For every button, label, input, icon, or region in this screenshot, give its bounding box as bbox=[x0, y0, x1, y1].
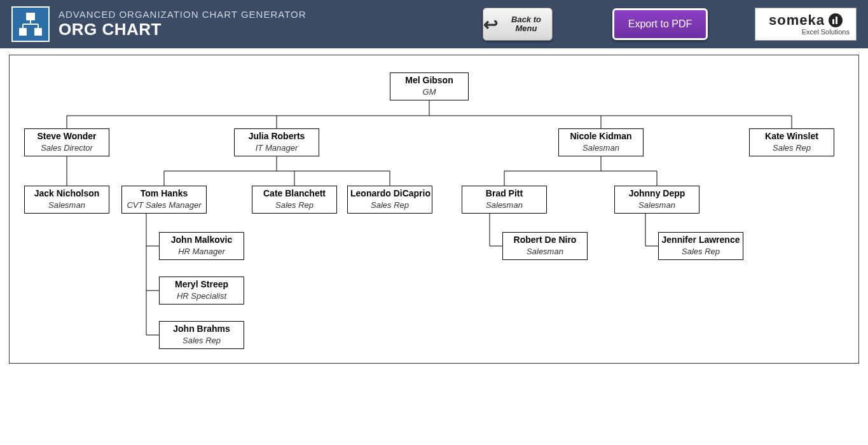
node-meryl-streep[interactable]: Meryl Streep HR Specialist bbox=[159, 277, 244, 305]
node-john-brahms[interactable]: John Brahms Sales Rep bbox=[159, 321, 244, 349]
app-subtitle: ADVANCED ORGANIZATION CHART GENERATOR bbox=[59, 9, 307, 20]
node-jack-nicholson[interactable]: Jack Nicholson Salesman bbox=[24, 186, 109, 214]
node-role: Sales Rep bbox=[162, 336, 241, 345]
app-logo bbox=[11, 6, 50, 42]
svg-rect-1 bbox=[19, 28, 27, 36]
back-arrow-icon: ↩ bbox=[483, 14, 498, 35]
node-name: Leonardo DiCaprio bbox=[350, 188, 429, 198]
node-nicole-kidman[interactable]: Nicole Kidman Salesman bbox=[558, 128, 644, 156]
back-button-label: Back to Menu bbox=[500, 15, 552, 34]
orgchart-icon bbox=[18, 11, 43, 37]
node-role: Sales Rep bbox=[255, 200, 334, 210]
org-chart-canvas: Mel Gibson GM Steve Wonder Sales Directo… bbox=[9, 55, 859, 364]
node-name: Nicole Kidman bbox=[561, 131, 640, 141]
node-role: GM bbox=[393, 87, 465, 97]
node-role: CVT Sales Manager bbox=[125, 200, 203, 210]
node-role: Sales Director bbox=[27, 143, 106, 153]
node-name: Kate Winslet bbox=[752, 131, 831, 141]
node-role: Sales Rep bbox=[661, 247, 740, 256]
node-name: Steve Wonder bbox=[27, 131, 106, 141]
title-block: ADVANCED ORGANIZATION CHART GENERATOR OR… bbox=[59, 9, 307, 39]
node-role: Sales Rep bbox=[350, 200, 429, 210]
node-name: Tom Hanks bbox=[125, 188, 203, 198]
node-role: Salesman bbox=[506, 247, 584, 256]
node-name: John Brahms bbox=[162, 324, 241, 334]
node-tom-hanks[interactable]: Tom Hanks CVT Sales Manager bbox=[121, 186, 207, 214]
brand-badge: someka Excel Solutions bbox=[755, 8, 857, 41]
node-role: Sales Rep bbox=[752, 143, 831, 153]
node-johnny-depp[interactable]: Johnny Depp Salesman bbox=[614, 186, 699, 214]
node-robert-de-niro[interactable]: Robert De Niro Salesman bbox=[502, 232, 588, 260]
brand-subtitle: Excel Solutions bbox=[802, 29, 850, 36]
node-jennifer-lawrence[interactable]: Jennifer Lawrence Sales Rep bbox=[658, 232, 743, 260]
node-name: Julia Roberts bbox=[237, 131, 316, 141]
node-role: HR Specialist bbox=[162, 291, 241, 301]
node-role: HR Manager bbox=[162, 247, 241, 256]
node-name: Meryl Streep bbox=[162, 279, 241, 289]
brand-logo-icon bbox=[829, 13, 843, 27]
svg-rect-2 bbox=[34, 28, 42, 36]
node-role: Salesman bbox=[27, 200, 106, 210]
node-steve-wonder[interactable]: Steve Wonder Sales Director bbox=[24, 128, 109, 156]
node-cate-blanchett[interactable]: Cate Blanchett Sales Rep bbox=[252, 186, 337, 214]
node-name: Mel Gibson bbox=[393, 75, 465, 85]
node-role: Salesman bbox=[561, 143, 640, 153]
node-name: Robert De Niro bbox=[506, 235, 584, 245]
node-role: Salesman bbox=[617, 200, 696, 210]
export-button-label: Export to PDF bbox=[628, 18, 692, 30]
node-role: IT Manager bbox=[237, 143, 316, 153]
node-name: Jennifer Lawrence bbox=[661, 235, 740, 245]
node-john-malkovic[interactable]: John Malkovic HR Manager bbox=[159, 232, 244, 260]
app-header: ADVANCED ORGANIZATION CHART GENERATOR OR… bbox=[0, 0, 868, 48]
node-name: Cate Blanchett bbox=[255, 188, 334, 198]
node-kate-winslet[interactable]: Kate Winslet Sales Rep bbox=[749, 128, 834, 156]
brand-name: someka bbox=[769, 13, 825, 27]
node-role: Salesman bbox=[465, 200, 544, 210]
back-to-menu-button[interactable]: ↩ Back to Menu bbox=[483, 8, 553, 41]
node-brad-pitt[interactable]: Brad Pitt Salesman bbox=[462, 186, 547, 214]
node-name: Jack Nicholson bbox=[27, 188, 106, 198]
svg-rect-0 bbox=[26, 13, 35, 20]
node-leonardo-dicaprio[interactable]: Leonardo DiCaprio Sales Rep bbox=[347, 186, 432, 214]
node-root[interactable]: Mel Gibson GM bbox=[390, 72, 469, 100]
page-title: ORG CHART bbox=[59, 20, 307, 39]
node-name: Brad Pitt bbox=[465, 188, 544, 198]
node-julia-roberts[interactable]: Julia Roberts IT Manager bbox=[234, 128, 319, 156]
export-pdf-button[interactable]: Export to PDF bbox=[612, 8, 708, 40]
node-name: Johnny Depp bbox=[617, 188, 696, 198]
node-name: John Malkovic bbox=[162, 235, 241, 245]
